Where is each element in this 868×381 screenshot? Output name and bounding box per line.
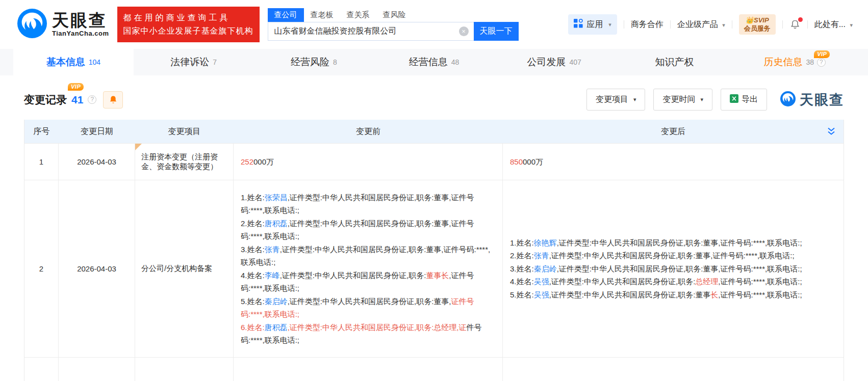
logo-text-en: TianYanCha.com (52, 30, 109, 37)
table-header-row: 序号 变更日期 变更项目 变更前 变更后 (24, 120, 844, 143)
svip-member-button[interactable]: 👑SVIP 会员服务 (739, 14, 776, 35)
tianyancha-logo[interactable]: 天眼查 TianYanCha.com (17, 9, 109, 40)
notification-bell-button[interactable] (789, 19, 801, 30)
filter-change-time-label: 变更时间 (662, 94, 695, 105)
cell-before: 1.姓名:张荣昌,证件类型:中华人民共和国居民身份证,职务:董事,证件号码:**… (234, 180, 503, 357)
section-title: 变更记录 (24, 93, 67, 107)
change-record-table: 序号 变更日期 变更项目 变更前 变更后 1 2026-04-03 注册资本变更… (24, 120, 844, 381)
logo-text-cn: 天眼查 (52, 12, 109, 30)
col-header-item: 变更项目 (135, 126, 234, 137)
bell-icon (108, 95, 118, 105)
expand-all-icon[interactable] (826, 126, 836, 139)
apps-menu-button[interactable]: 应用 ▾ (568, 14, 617, 35)
nav-divider (624, 20, 624, 29)
filter-change-item-label: 变更项目 (596, 94, 628, 105)
search-tab-relation[interactable]: 查关系 (340, 8, 376, 22)
search-area: 查公司 查老板 查关系 查风险 × 天眼一下 (268, 8, 519, 41)
vip-badge: VIP (814, 50, 830, 58)
col-header-date: 变更日期 (59, 126, 135, 137)
main-tabs: 基本信息 104 法律诉讼 7 经营风险 8 经营信息 48 公司发展 407 … (0, 49, 868, 75)
help-icon[interactable]: ? (817, 58, 826, 67)
cell-change-item: 注册资本变更（注册资金、资金数额等变更） (135, 144, 234, 180)
cell-date: 2026-04-03 (59, 144, 135, 180)
search-tab-boss[interactable]: 查老板 (304, 8, 340, 22)
export-button[interactable]: 导出 (721, 89, 767, 111)
tab-label: 公司发展 (527, 56, 566, 69)
vip-badge: VIP (68, 83, 84, 91)
tab-label: 经营信息 (409, 56, 448, 69)
nav-enterprise-products-label: 企业级产品 (677, 20, 718, 29)
nav-enterprise-products[interactable]: 企业级产品 ▾ (677, 19, 725, 30)
nav-user-menu-label: 此处有... (814, 20, 846, 29)
search-tabs: 查公司 查老板 查关系 查风险 (268, 8, 519, 22)
change-record-header: 变更记录 VIP 41 ? 变更项目 ▾ 变更时间 ▾ 导出 (0, 75, 868, 120)
chevron-down-icon: ▾ (633, 96, 636, 103)
clear-search-icon[interactable]: × (459, 26, 469, 36)
tab-basic[interactable]: 基本信息 104 (13, 49, 134, 75)
search-button[interactable]: 天眼一下 (474, 22, 519, 41)
tab-ip[interactable]: 知识产权 (615, 49, 735, 75)
tab-operation[interactable]: 经营信息 48 (374, 49, 494, 75)
tab-count: 7 (213, 58, 217, 66)
search-tab-company[interactable]: 查公司 (268, 8, 304, 22)
tab-label: 基本信息 (46, 56, 85, 69)
filter-change-time-button[interactable]: 变更时间 ▾ (653, 89, 712, 111)
table-row (24, 357, 844, 381)
promo-banner-line1: 都在用的商业查询工具 (123, 11, 253, 24)
section-count: 41 (71, 94, 83, 105)
chevron-down-icon: ▾ (722, 22, 725, 28)
apps-grid-icon (574, 19, 583, 30)
nav-divider (807, 20, 808, 29)
chevron-down-icon: ▾ (700, 96, 703, 103)
tab-count: 407 (570, 58, 581, 66)
col-header-before: 变更前 (234, 126, 503, 137)
apps-menu-label: 应用 (586, 19, 603, 30)
cell-before: 252000万 (234, 144, 503, 180)
watermark-text: 天眼查 (800, 91, 844, 109)
col-header-after: 变更后 (503, 126, 844, 137)
tab-label: 知识产权 (655, 56, 694, 69)
tab-label: 法律诉讼 (170, 56, 209, 69)
tianyancha-swirl-icon (17, 9, 47, 40)
cell-no: 2 (24, 180, 59, 357)
svip-sublabel: 会员服务 (744, 24, 771, 33)
nav-divider (782, 20, 783, 29)
chevron-down-icon: ▾ (608, 21, 611, 28)
promo-banner-line2: 国家中小企业发展子基金旗下机构 (123, 24, 253, 38)
notification-dot (798, 17, 803, 22)
cell-after: 850000万 (503, 144, 844, 180)
corner-fold-marker (135, 144, 142, 150)
promo-banner: 都在用的商业查询工具 国家中小企业发展子基金旗下机构 (117, 7, 260, 43)
top-header: 天眼查 TianYanCha.com 都在用的商业查询工具 国家中小企业发展子基… (0, 0, 868, 49)
tab-count: 48 (451, 58, 459, 66)
tab-count: 38 (806, 58, 814, 66)
svip-label: 👑SVIP (744, 16, 771, 24)
table-row: 2 2026-04-03 分公司/分支机构备案 1.姓名:张荣昌,证件类型:中华… (24, 180, 844, 357)
tab-development[interactable]: 公司发展 407 (494, 49, 615, 75)
help-icon[interactable]: ? (88, 95, 96, 104)
excel-icon (730, 94, 738, 105)
tianyancha-swirl-icon (780, 91, 796, 108)
cell-date: 2026-04-03 (59, 180, 135, 357)
search-tab-risk[interactable]: 查风险 (376, 8, 413, 22)
nav-user-menu[interactable]: 此处有... ▾ (814, 19, 853, 30)
change-item-text: 注册资本变更（注册资金、资金数额等变更） (141, 152, 227, 172)
monitor-bell-button[interactable] (103, 91, 123, 108)
nav-divider (670, 20, 671, 29)
cell-change-item: 分公司/分支机构备案 (135, 180, 234, 357)
export-label: 导出 (742, 94, 758, 105)
col-header-no: 序号 (24, 126, 59, 137)
search-input[interactable] (268, 22, 474, 41)
tianyancha-watermark: 天眼查 (780, 91, 844, 109)
tab-count: 104 (89, 58, 100, 66)
tab-label: 历史信息 (763, 56, 802, 69)
table-row: 1 2026-04-03 注册资本变更（注册资金、资金数额等变更） 252000… (24, 143, 844, 180)
filter-change-item-button[interactable]: 变更项目 ▾ (586, 89, 646, 111)
nav-business-coop[interactable]: 商务合作 (631, 19, 663, 30)
tab-risk[interactable]: 经营风险 8 (253, 49, 374, 75)
change-item-text: 分公司/分支机构备案 (141, 264, 212, 274)
tab-lawsuit[interactable]: 法律诉讼 7 (134, 49, 254, 75)
header-nav: 应用 ▾ 商务合作 企业级产品 ▾ 👑SVIP 会员服务 此处有... ▾ (568, 14, 853, 35)
tab-history[interactable]: VIP 历史信息 38 ? (734, 49, 855, 75)
cell-after: 1.姓名:徐艳辉,证件类型:中华人民共和国居民身份证,职务:董事,证件号码:**… (503, 180, 844, 357)
